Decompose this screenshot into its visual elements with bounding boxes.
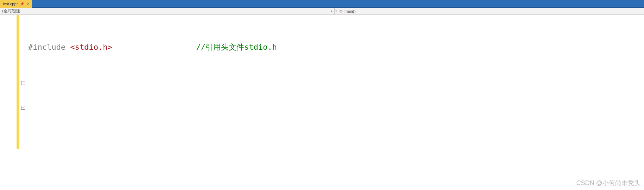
- navigation-bar: (全局范围) ▾ ▾ ◇ main(): [0, 8, 644, 15]
- scope-dropdown[interactable]: (全局范围) ▾: [0, 8, 335, 14]
- pin-icon[interactable]: 📌: [20, 2, 24, 6]
- header-name: <stdio.h>: [70, 41, 112, 53]
- close-icon[interactable]: ✕: [26, 2, 30, 6]
- fold-guide-line: [23, 110, 23, 148]
- watermark: CSDN @小何尚未秃头: [576, 179, 640, 187]
- fold-guide-line: [23, 85, 23, 105]
- tab-bar: test.cpp* 📌 ✕: [0, 0, 644, 8]
- code-content[interactable]: #include <stdio.h> //引用头文件stdio.h //必须写出…: [28, 15, 427, 190]
- code-line: [28, 152, 427, 164]
- tab-filename: test.cpp*: [3, 2, 18, 6]
- preprocessor: #include: [28, 41, 70, 53]
- code-editor[interactable]: − − #include <stdio.h> //引用头文件stdio.h //…: [0, 15, 644, 190]
- function-dropdown[interactable]: ◇ main(): [337, 8, 644, 14]
- whitespace: [112, 41, 196, 53]
- function-label: main(): [345, 9, 355, 13]
- fold-gutter: − −: [20, 15, 29, 149]
- scope-label: (全局范围): [2, 8, 20, 14]
- fold-toggle[interactable]: −: [21, 106, 25, 110]
- code-line: [28, 78, 427, 90]
- chevron-down-icon: ▾: [331, 10, 332, 13]
- code-line: [28, 115, 427, 127]
- code-line: #include <stdio.h> //引用头文件stdio.h: [28, 41, 427, 53]
- comment: //引用头文件stdio.h: [196, 41, 277, 53]
- change-indicator-bar: [17, 15, 19, 149]
- fold-toggle[interactable]: −: [21, 81, 25, 85]
- function-icon: ◇: [339, 9, 343, 13]
- chevron-down-icon: ▾: [335, 10, 337, 13]
- file-tab[interactable]: test.cpp* 📌 ✕: [0, 0, 32, 8]
